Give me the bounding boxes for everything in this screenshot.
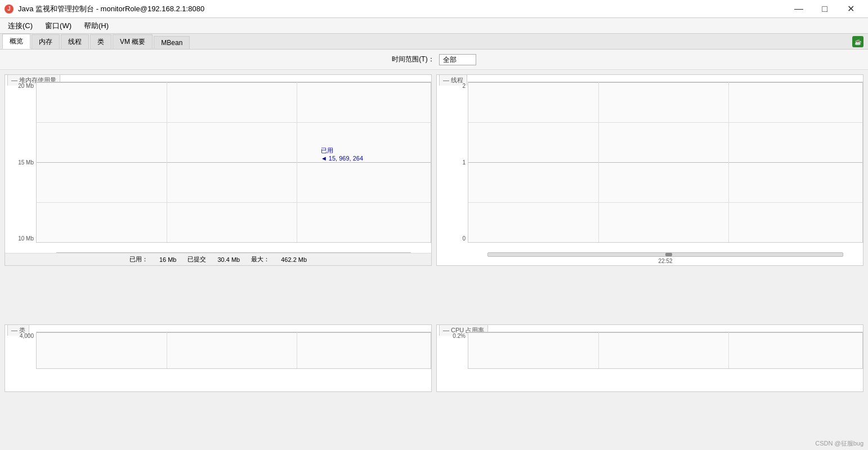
heap-gridline-4 <box>37 202 431 203</box>
thread-scrollbar-thumb <box>665 253 672 256</box>
tab-mbean[interactable]: MBean <box>154 36 190 49</box>
menu-bar: 连接(C) 窗口(W) 帮助(H) <box>0 18 868 34</box>
heap-gridline-2 <box>37 122 431 123</box>
heap-y-axis: 20 Mb 15 Mb 10 Mb <box>5 82 36 243</box>
heap-stat-used-label: 已用： <box>129 255 148 264</box>
heap-tooltip-label: 已用 <box>321 146 363 155</box>
time-range-select[interactable]: 全部 1分钟 5分钟 10分钟 30分钟 1小时 <box>439 54 476 65</box>
thread-y-label-mid: 1 <box>462 159 466 166</box>
heap-stats-bar: 已用： 16 Mb 已提交 30.4 Mb 最大： 462.2 Mb <box>5 253 431 265</box>
heap-chart-area: 20 Mb 15 Mb 10 Mb 已用 ◄ 15, 969, 2 <box>5 82 431 265</box>
class-chart-panel: — 类 4,000 <box>5 324 432 392</box>
watermark: CSDN @征服bug <box>815 439 863 448</box>
tab-memory[interactable]: 内存 <box>32 34 60 49</box>
heap-tooltip-arrow: ◄ <box>321 155 327 162</box>
thread-chart-plot <box>468 82 863 243</box>
thread-chart-area: 2 1 0 22:52 <box>437 82 863 265</box>
heap-chart-plot: 已用 ◄ 15, 969, 264 <box>36 82 431 243</box>
window-title: Java 监视和管理控制台 - monitorRole@192.168.2.1:… <box>18 4 781 14</box>
thread-gridline-2 <box>468 122 862 123</box>
heap-y-label-bot: 10 Mb <box>18 235 34 242</box>
thread-x-label: 22:52 <box>658 258 672 264</box>
menu-connect[interactable]: 连接(C) <box>2 19 38 33</box>
thread-gridline-3 <box>468 162 862 163</box>
heap-tooltip-value: 15, 969, 264 <box>329 155 363 162</box>
thread-y-axis: 2 1 0 <box>437 82 468 243</box>
heap-chart-panel: — 堆内存使用量 20 Mb 15 Mb 10 Mb <box>5 74 432 266</box>
title-bar: J Java 监视和管理控制台 - monitorRole@192.168.2.… <box>0 0 868 18</box>
time-range-dropdown-wrapper: 全部 1分钟 5分钟 10分钟 30分钟 1小时 <box>439 54 476 65</box>
java-icon: J <box>5 5 14 14</box>
maximize-button[interactable]: □ <box>812 0 838 18</box>
thread-vgridline-1 <box>598 82 599 242</box>
heap-stat-committed-label: 已提交 <box>187 255 206 264</box>
tab-classes[interactable]: 类 <box>90 34 111 49</box>
cpu-y-axis: 0.2% <box>437 332 468 369</box>
class-y-label-top: 4,000 <box>20 333 34 339</box>
tab-threads[interactable]: 线程 <box>61 34 89 49</box>
heap-stat-max-label: 最大： <box>251 255 270 264</box>
heap-tooltip: 已用 ◄ 15, 969, 264 <box>321 146 363 162</box>
cpu-chart-plot <box>468 332 863 369</box>
cpu-vgridline-2 <box>728 332 729 368</box>
thread-chart-bottom: 22:52 <box>468 243 863 265</box>
main-content: — 堆内存使用量 20 Mb 15 Mb 10 Mb <box>0 70 868 450</box>
heap-vgridline-2 <box>297 82 297 242</box>
menu-window[interactable]: 窗口(W) <box>39 19 77 33</box>
close-button[interactable]: ✕ <box>838 0 863 18</box>
class-vgridline-2 <box>297 332 297 368</box>
window-controls: — □ ✕ <box>786 0 863 18</box>
tab-overview[interactable]: 概览 <box>2 34 30 49</box>
time-range-label: 时间范围(T)： <box>392 55 434 64</box>
cpu-gridline-1 <box>468 332 862 333</box>
class-chart-area: 4,000 <box>5 332 431 391</box>
heap-y-label-top: 20 Mb <box>18 83 34 89</box>
thread-gridline-4 <box>468 202 862 203</box>
class-chart-plot <box>36 332 431 369</box>
heap-gridline-3 <box>37 162 431 163</box>
heap-gridline-1 <box>37 82 431 83</box>
menu-help[interactable]: 帮助(H) <box>78 19 114 33</box>
heap-stat-used-value: 16 Mb <box>159 256 177 263</box>
thread-vgridline-2 <box>728 82 729 242</box>
tab-icon-right: ☕ <box>852 36 863 47</box>
cpu-y-label-top: 0.2% <box>453 333 466 339</box>
thread-gridline-1 <box>468 82 862 83</box>
coffee-icon: ☕ <box>852 36 863 47</box>
thread-y-label-top: 2 <box>462 83 466 89</box>
cpu-chart-area: 0.2% <box>437 332 863 391</box>
class-y-axis: 4,000 <box>5 332 36 369</box>
heap-stat-max-value: 462.2 Mb <box>281 256 307 263</box>
heap-y-label-mid: 15 Mb <box>18 159 34 166</box>
minimize-button[interactable]: — <box>786 0 812 18</box>
cpu-chart-panel: — CPU 占用率 0.2% <box>436 324 863 392</box>
tab-bar: 概览 内存 线程 类 VM 概要 MBean ☕ <box>0 34 868 50</box>
class-vgridline-1 <box>167 332 167 368</box>
tab-vm-summary[interactable]: VM 概要 <box>113 34 153 49</box>
cpu-vgridline-1 <box>598 332 599 368</box>
heap-vgridline-1 <box>167 82 167 242</box>
time-range-bar: 时间范围(T)： 全部 1分钟 5分钟 10分钟 30分钟 1小时 <box>0 50 868 70</box>
thread-y-label-bot: 0 <box>462 235 466 242</box>
class-gridline-1 <box>37 332 431 333</box>
heap-stat-committed-value: 30.4 Mb <box>217 256 240 263</box>
thread-chart-panel: — 线程 2 1 0 22:52 <box>436 74 863 266</box>
thread-scrollbar[interactable] <box>487 252 843 257</box>
